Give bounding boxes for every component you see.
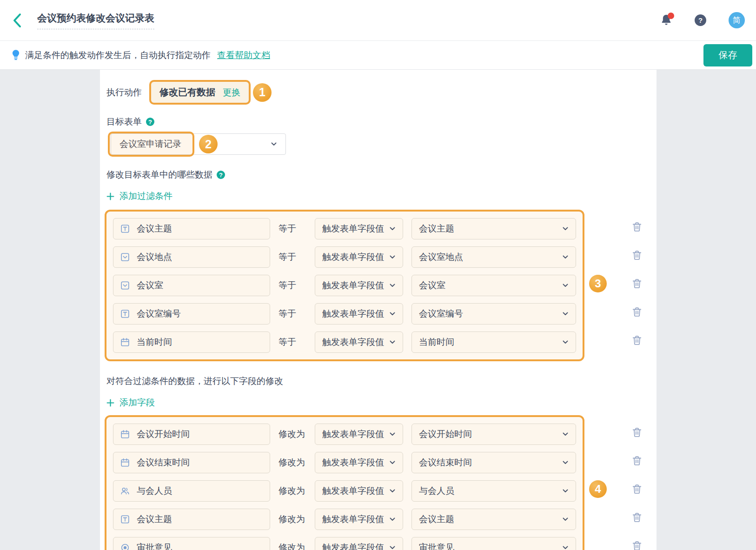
add-field-label: 添加字段 xyxy=(119,397,155,409)
annotation-badge-3: 3 xyxy=(589,275,607,292)
field-selector[interactable]: 会议主题 xyxy=(113,218,270,239)
field-selector[interactable]: 与会人员 xyxy=(113,480,270,502)
trash-icon xyxy=(631,335,643,346)
field-selector[interactable]: 会议主题 xyxy=(113,509,270,530)
content-area: 执行动作 修改已有数据 更换 1 目标表单 ? 会议室申请记录 2 xyxy=(0,70,756,550)
plus-icon xyxy=(106,399,114,407)
value-source-select[interactable]: 触发表单字段值 xyxy=(315,424,403,445)
value-source-label: 触发表单字段值 xyxy=(322,485,384,497)
source-field-select[interactable]: 会议室编号 xyxy=(411,303,576,325)
trash-icon xyxy=(631,278,643,289)
value-source-label: 触发表单字段值 xyxy=(322,513,384,525)
source-field-select[interactable]: 会议主题 xyxy=(411,509,576,530)
field-selector[interactable]: 会议地点 xyxy=(113,246,270,268)
source-field-select[interactable]: 会议开始时间 xyxy=(411,424,576,445)
source-field-select[interactable]: 当前时间 xyxy=(411,331,576,353)
source-field-label: 审批意见 xyxy=(419,542,454,550)
delete-row-button[interactable] xyxy=(630,478,644,500)
modify-row: 会议主题 修改为 触发表单字段值 会议主题 xyxy=(113,509,576,530)
field-selector[interactable]: 会议结束时间 xyxy=(113,452,270,473)
target-form-help-icon[interactable]: ? xyxy=(146,118,154,126)
add-filter-link[interactable]: 添加过滤条件 xyxy=(106,190,172,202)
value-source-select[interactable]: 触发表单字段值 xyxy=(315,331,403,353)
field-name: 会议主题 xyxy=(137,223,172,235)
delete-row-button[interactable] xyxy=(630,535,644,550)
delete-row-button[interactable] xyxy=(630,422,644,443)
target-form-select[interactable]: 会议室申请记录 xyxy=(111,133,286,155)
field-selector[interactable]: 当前时间 xyxy=(113,331,270,353)
field-name: 当前时间 xyxy=(137,336,172,348)
field-name: 会议室编号 xyxy=(137,308,181,320)
field-name: 会议结束时间 xyxy=(137,457,190,469)
source-field-label: 会议结束时间 xyxy=(419,457,472,469)
value-source-label: 触发表单字段值 xyxy=(322,336,384,348)
trash-icon xyxy=(631,484,643,495)
field-selector[interactable]: 会议室 xyxy=(113,275,270,296)
target-form-select-wrap: 会议室申请记录 2 xyxy=(111,133,286,155)
value-source-select[interactable]: 触发表单字段值 xyxy=(315,275,403,296)
value-source-label: 触发表单字段值 xyxy=(322,223,384,235)
field-selector[interactable]: 会议室编号 xyxy=(113,303,270,325)
source-field-select[interactable]: 会议室地点 xyxy=(411,246,576,268)
chevron-down-icon xyxy=(562,431,569,437)
select-field-icon xyxy=(120,281,130,290)
value-source-select[interactable]: 触发表单字段值 xyxy=(315,537,403,550)
chevron-down-icon xyxy=(389,225,396,232)
help-doc-link[interactable]: 查看帮助文档 xyxy=(217,49,270,61)
chevron-down-icon xyxy=(562,254,569,260)
source-field-select[interactable]: 会议室 xyxy=(411,275,576,296)
source-field-label: 当前时间 xyxy=(419,336,454,348)
notification-bell-icon[interactable] xyxy=(660,13,672,27)
source-field-select[interactable]: 会议主题 xyxy=(411,218,576,239)
delete-row-button[interactable] xyxy=(630,245,644,266)
main-panel: 执行动作 修改已有数据 更换 1 目标表单 ? 会议室申请记录 2 xyxy=(100,70,657,550)
source-field-select[interactable]: 与会人员 xyxy=(411,480,576,502)
action-label: 执行动作 xyxy=(106,86,142,99)
app-header: 会议预约表修改会议记录表 ? 简 xyxy=(0,0,756,41)
value-source-select[interactable]: 触发表单字段值 xyxy=(315,303,403,325)
delete-row-button[interactable] xyxy=(630,301,644,323)
field-name: 会议主题 xyxy=(137,513,172,525)
filter-help-icon[interactable]: ? xyxy=(217,171,225,179)
target-form-value: 会议室申请记录 xyxy=(119,138,181,150)
trash-icon xyxy=(631,540,643,550)
field-selector[interactable]: 会议开始时间 xyxy=(113,424,270,445)
value-source-select[interactable]: 触发表单字段值 xyxy=(315,246,403,268)
chevron-down-icon xyxy=(389,516,396,523)
annotation-badge-4: 4 xyxy=(589,480,607,498)
help-icon[interactable]: ? xyxy=(695,14,706,26)
chevron-down-icon xyxy=(389,459,396,466)
value-source-select[interactable]: 触发表单字段值 xyxy=(315,509,403,530)
field-name: 会议开始时间 xyxy=(137,428,190,440)
chevron-down-icon xyxy=(389,311,396,317)
calendar-field-icon xyxy=(120,430,130,439)
field-selector[interactable]: 审批意见 xyxy=(113,537,270,550)
filter-row: 会议地点 等于 触发表单字段值 会议室地点 xyxy=(113,246,576,268)
notification-dot xyxy=(668,13,674,19)
back-button[interactable] xyxy=(11,11,27,30)
filter-delete-column xyxy=(630,210,644,351)
delete-row-button[interactable] xyxy=(630,330,644,351)
save-button[interactable]: 保存 xyxy=(703,44,752,66)
change-action-link[interactable]: 更换 xyxy=(223,86,240,99)
delete-row-button[interactable] xyxy=(630,507,644,528)
delete-row-button[interactable] xyxy=(630,216,644,238)
value-source-select[interactable]: 触发表单字段值 xyxy=(315,480,403,502)
chevron-down-icon xyxy=(562,282,569,289)
delete-row-button[interactable] xyxy=(630,273,644,294)
chevron-down-icon xyxy=(389,488,396,494)
operator-label: 修改为 xyxy=(279,485,306,497)
text-field-icon xyxy=(120,224,130,233)
user-avatar[interactable]: 简 xyxy=(729,12,745,28)
value-source-select[interactable]: 触发表单字段值 xyxy=(315,218,403,239)
chevron-down-icon xyxy=(271,141,277,147)
operator-label: 等于 xyxy=(279,336,306,348)
source-field-select[interactable]: 审批意见 xyxy=(411,537,576,550)
add-field-link[interactable]: 添加字段 xyxy=(106,397,155,409)
page-title[interactable]: 会议预约表修改会议记录表 xyxy=(37,12,154,29)
source-field-select[interactable]: 会议结束时间 xyxy=(411,452,576,473)
delete-row-button[interactable] xyxy=(630,450,644,471)
filter-title: 修改目标表单中的哪些数据 xyxy=(106,169,212,181)
text-field-icon xyxy=(120,515,130,524)
value-source-select[interactable]: 触发表单字段值 xyxy=(315,452,403,473)
